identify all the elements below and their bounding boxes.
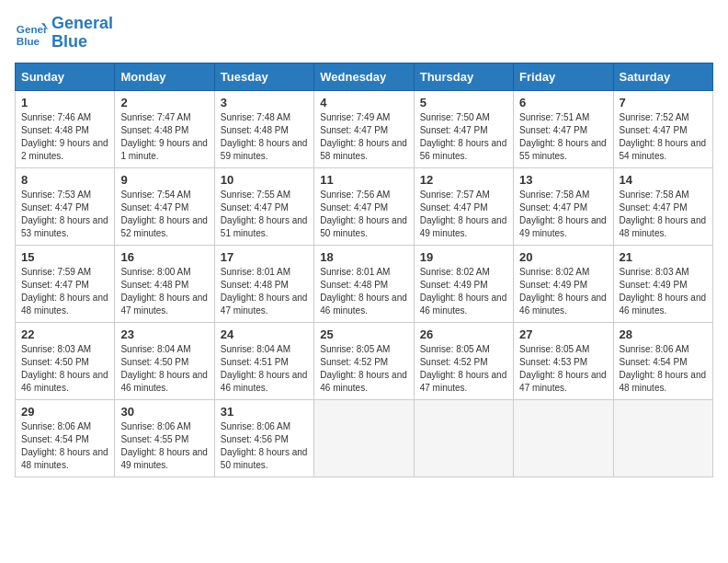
calendar-cell: 25 Sunrise: 8:05 AMSunset: 4:52 PMDaylig… — [314, 322, 414, 399]
calendar-cell: 22 Sunrise: 8:03 AMSunset: 4:50 PMDaylig… — [16, 322, 115, 399]
logo-icon: General Blue — [15, 17, 48, 50]
calendar-cell: 17 Sunrise: 8:01 AMSunset: 4:48 PMDaylig… — [214, 245, 313, 322]
calendar-cell: 12 Sunrise: 7:57 AMSunset: 4:47 PMDaylig… — [414, 167, 513, 245]
day-header-saturday: Saturday — [613, 63, 712, 90]
day-number: 8 — [21, 173, 108, 187]
day-number: 12 — [420, 173, 507, 187]
day-number: 1 — [21, 96, 108, 109]
calendar-cell: 4 Sunrise: 7:49 AMSunset: 4:47 PMDayligh… — [314, 90, 414, 167]
day-number: 6 — [519, 96, 607, 109]
day-header-monday: Monday — [115, 63, 214, 90]
day-header-friday: Friday — [514, 63, 613, 90]
day-number: 16 — [120, 250, 208, 264]
cell-info: Sunrise: 8:01 AMSunset: 4:48 PMDaylight:… — [320, 267, 407, 316]
cell-info: Sunrise: 8:03 AMSunset: 4:49 PMDaylight:… — [620, 267, 707, 316]
calendar-cell: 2 Sunrise: 7:47 AMSunset: 4:48 PMDayligh… — [115, 90, 214, 167]
cell-info: Sunrise: 8:04 AMSunset: 4:50 PMDaylight:… — [120, 344, 208, 393]
svg-text:Blue: Blue — [17, 34, 40, 46]
day-number: 17 — [221, 250, 308, 264]
cell-info: Sunrise: 7:49 AMSunset: 4:47 PMDaylight:… — [320, 112, 407, 161]
calendar-cell: 31 Sunrise: 8:06 AMSunset: 4:56 PMDaylig… — [214, 399, 313, 477]
cell-info: Sunrise: 8:06 AMSunset: 4:55 PMDaylight:… — [120, 421, 208, 470]
day-number: 21 — [620, 250, 707, 264]
day-number: 27 — [519, 327, 607, 341]
calendar-cell: 29 Sunrise: 8:06 AMSunset: 4:54 PMDaylig… — [16, 399, 115, 477]
calendar-cell: 13 Sunrise: 7:58 AMSunset: 4:47 PMDaylig… — [514, 167, 613, 245]
day-number: 30 — [120, 405, 208, 419]
logo-text: GeneralBlue — [51, 15, 113, 52]
day-number: 3 — [221, 96, 308, 109]
calendar-cell: 7 Sunrise: 7:52 AMSunset: 4:47 PMDayligh… — [613, 90, 712, 167]
cell-info: Sunrise: 8:02 AMSunset: 4:49 PMDaylight:… — [420, 267, 507, 316]
cell-info: Sunrise: 7:59 AMSunset: 4:47 PMDaylight:… — [21, 267, 108, 316]
calendar-cell: 5 Sunrise: 7:50 AMSunset: 4:47 PMDayligh… — [414, 90, 513, 167]
day-header-thursday: Thursday — [414, 63, 513, 90]
cell-info: Sunrise: 7:52 AMSunset: 4:47 PMDaylight:… — [620, 112, 707, 161]
calendar-cell: 20 Sunrise: 8:02 AMSunset: 4:49 PMDaylig… — [514, 245, 613, 322]
calendar-cell: 3 Sunrise: 7:48 AMSunset: 4:48 PMDayligh… — [214, 90, 313, 167]
calendar-cell — [613, 399, 712, 477]
day-number: 19 — [420, 250, 507, 264]
cell-info: Sunrise: 7:53 AMSunset: 4:47 PMDaylight:… — [21, 190, 108, 238]
day-number: 13 — [519, 173, 607, 187]
cell-info: Sunrise: 7:46 AMSunset: 4:48 PMDaylight:… — [21, 112, 108, 161]
calendar-week-2: 8 Sunrise: 7:53 AMSunset: 4:47 PMDayligh… — [16, 167, 713, 245]
cell-info: Sunrise: 8:06 AMSunset: 4:56 PMDaylight:… — [221, 421, 308, 470]
calendar-cell: 21 Sunrise: 8:03 AMSunset: 4:49 PMDaylig… — [613, 245, 712, 322]
cell-info: Sunrise: 8:04 AMSunset: 4:51 PMDaylight:… — [221, 344, 308, 393]
day-number: 29 — [21, 405, 108, 419]
cell-info: Sunrise: 7:48 AMSunset: 4:48 PMDaylight:… — [221, 112, 308, 161]
cell-info: Sunrise: 8:05 AMSunset: 4:52 PMDaylight:… — [320, 344, 407, 393]
day-number: 7 — [620, 96, 707, 109]
calendar-cell — [314, 399, 414, 477]
day-number: 15 — [21, 250, 108, 264]
calendar-cell: 28 Sunrise: 8:06 AMSunset: 4:54 PMDaylig… — [613, 322, 712, 399]
calendar-week-1: 1 Sunrise: 7:46 AMSunset: 4:48 PMDayligh… — [16, 90, 713, 167]
day-number: 26 — [420, 327, 507, 341]
cell-info: Sunrise: 7:54 AMSunset: 4:47 PMDaylight:… — [120, 190, 208, 238]
logo: General Blue GeneralBlue — [15, 15, 113, 52]
day-number: 14 — [620, 173, 707, 187]
calendar-week-5: 29 Sunrise: 8:06 AMSunset: 4:54 PMDaylig… — [16, 399, 713, 477]
cell-info: Sunrise: 8:03 AMSunset: 4:50 PMDaylight:… — [21, 344, 108, 393]
calendar-cell: 10 Sunrise: 7:55 AMSunset: 4:47 PMDaylig… — [214, 167, 313, 245]
cell-info: Sunrise: 8:06 AMSunset: 4:54 PMDaylight:… — [620, 344, 707, 393]
day-number: 11 — [320, 173, 407, 187]
day-number: 22 — [21, 327, 108, 341]
day-header-sunday: Sunday — [16, 63, 115, 90]
calendar-cell: 18 Sunrise: 8:01 AMSunset: 4:48 PMDaylig… — [314, 245, 414, 322]
calendar-week-4: 22 Sunrise: 8:03 AMSunset: 4:50 PMDaylig… — [16, 322, 713, 399]
calendar-table: SundayMondayTuesdayWednesdayThursdayFrid… — [15, 63, 713, 477]
cell-info: Sunrise: 7:57 AMSunset: 4:47 PMDaylight:… — [420, 190, 507, 238]
day-number: 25 — [320, 327, 407, 341]
day-header-tuesday: Tuesday — [214, 63, 313, 90]
cell-info: Sunrise: 8:06 AMSunset: 4:54 PMDaylight:… — [21, 421, 108, 470]
calendar-cell: 14 Sunrise: 7:58 AMSunset: 4:47 PMDaylig… — [613, 167, 712, 245]
day-number: 23 — [120, 327, 208, 341]
calendar-cell: 24 Sunrise: 8:04 AMSunset: 4:51 PMDaylig… — [214, 322, 313, 399]
day-header-wednesday: Wednesday — [314, 63, 414, 90]
day-number: 28 — [620, 327, 707, 341]
cell-info: Sunrise: 8:02 AMSunset: 4:49 PMDaylight:… — [519, 267, 607, 316]
cell-info: Sunrise: 7:51 AMSunset: 4:47 PMDaylight:… — [519, 112, 607, 161]
calendar-cell: 19 Sunrise: 8:02 AMSunset: 4:49 PMDaylig… — [414, 245, 513, 322]
page-header: General Blue GeneralBlue — [15, 15, 713, 52]
calendar-cell: 16 Sunrise: 8:00 AMSunset: 4:48 PMDaylig… — [115, 245, 214, 322]
cell-info: Sunrise: 8:01 AMSunset: 4:48 PMDaylight:… — [221, 267, 308, 316]
calendar-header-row: SundayMondayTuesdayWednesdayThursdayFrid… — [16, 63, 713, 90]
day-number: 18 — [320, 250, 407, 264]
calendar-cell: 1 Sunrise: 7:46 AMSunset: 4:48 PMDayligh… — [16, 90, 115, 167]
day-number: 24 — [221, 327, 308, 341]
calendar-week-3: 15 Sunrise: 7:59 AMSunset: 4:47 PMDaylig… — [16, 245, 713, 322]
calendar-cell: 9 Sunrise: 7:54 AMSunset: 4:47 PMDayligh… — [115, 167, 214, 245]
day-number: 4 — [320, 96, 407, 109]
cell-info: Sunrise: 8:00 AMSunset: 4:48 PMDaylight:… — [120, 267, 208, 316]
day-number: 31 — [221, 405, 308, 419]
cell-info: Sunrise: 7:58 AMSunset: 4:47 PMDaylight:… — [620, 190, 707, 238]
cell-info: Sunrise: 7:47 AMSunset: 4:48 PMDaylight:… — [120, 112, 208, 161]
calendar-cell: 23 Sunrise: 8:04 AMSunset: 4:50 PMDaylig… — [115, 322, 214, 399]
cell-info: Sunrise: 8:05 AMSunset: 4:52 PMDaylight:… — [420, 344, 507, 393]
day-number: 10 — [221, 173, 308, 187]
calendar-cell: 6 Sunrise: 7:51 AMSunset: 4:47 PMDayligh… — [514, 90, 613, 167]
day-number: 5 — [420, 96, 507, 109]
